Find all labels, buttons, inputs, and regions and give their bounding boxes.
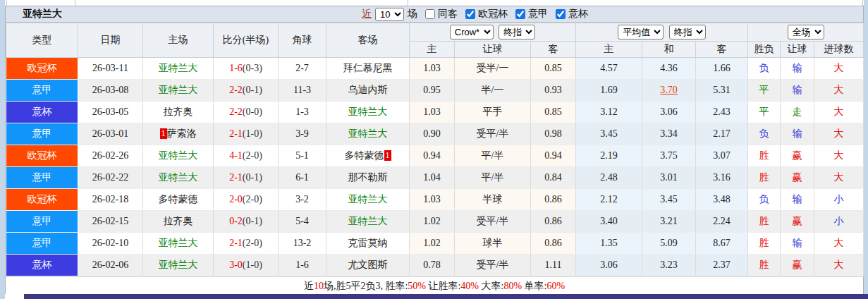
matches-suffix-label: 场	[408, 8, 417, 20]
avg-home-cell: 2.48	[576, 167, 642, 189]
odds-away-cell: 0.93	[531, 80, 576, 102]
summary-segment: 50%	[408, 281, 426, 291]
league-filter-label-seriea: 意甲	[528, 8, 548, 20]
score-cell: 3-0(1-0)	[214, 255, 279, 276]
avg-draw-cell: 5.09	[642, 233, 696, 255]
result-goals-cell: 小	[814, 211, 864, 233]
result-handicap-cell: 输	[781, 58, 814, 80]
result-handicap-cell: 输	[781, 233, 814, 255]
half-time-score: (0-0)	[243, 106, 262, 117]
sub-header-result: 胜负	[748, 42, 781, 58]
league-badge: 意甲	[6, 167, 78, 188]
away-team-cell: 克雷莫纳	[326, 233, 410, 255]
same-opponent-checkbox[interactable]	[425, 9, 435, 19]
match-date-cell: 26-02-06	[78, 255, 143, 276]
team-name: 拜仁慕尼黑	[343, 63, 393, 73]
home-team-cell: 亚特兰大	[143, 80, 214, 102]
corner-cell: 1-6	[279, 255, 326, 276]
summary-segment: 10	[314, 281, 324, 291]
full-time-score: 2-1	[229, 128, 243, 139]
odds-home-cell: 1.02	[410, 233, 455, 255]
sub-header-handicap-result: 让球	[781, 42, 814, 58]
near-link[interactable]: 近	[362, 8, 372, 20]
result-goals-cell: 大	[814, 145, 864, 167]
col-header-corner: 角球	[279, 23, 326, 58]
result-handicap-cell: 输	[781, 80, 814, 102]
result-handicap-cell: 赢	[781, 211, 814, 233]
bookmaker-select[interactable]: Crow*	[450, 25, 494, 39]
col-header-type: 类型	[6, 23, 78, 58]
result-goals-cell: 大	[814, 80, 864, 102]
avg-home-cell: 1.35	[576, 233, 642, 255]
half-time-score: (2-0)	[243, 150, 262, 161]
away-team-cell: 亚特兰大	[326, 102, 410, 123]
corner-cell: 3-2	[279, 189, 326, 211]
result-goals-cell: 大	[814, 233, 864, 255]
odds-home-cell: 0.90	[410, 123, 455, 145]
recent-matches-panel: 亚特兰大 近 10 场 同客 欧冠杯 意甲 意杯 类型	[5, 6, 864, 294]
match-date-cell: 26-02-26	[78, 145, 143, 167]
match-count-select[interactable]: 10	[375, 8, 404, 21]
match-row: 意杯26-03-05拉齐奥2-2(0-0)1-3亚特兰大1.03平手0.853.…	[6, 102, 864, 123]
summary-segment: 场,胜5平2负3, 胜率:	[324, 281, 408, 291]
col-header-away: 客场	[326, 23, 410, 58]
result-outcome-cell: 负	[748, 123, 781, 145]
odds-away-cell: 0.85	[531, 58, 576, 80]
avg-draw-cell: 3.23	[642, 255, 696, 276]
corner-cell: 2-7	[279, 58, 326, 80]
league-badge: 意甲	[6, 211, 78, 232]
avg-away-cell: 2.37	[696, 255, 748, 276]
league-filter-label-coppa: 意杯	[568, 8, 588, 20]
result-handicap-cell: 输	[781, 189, 814, 211]
bookmaker-stage-select[interactable]: 终指	[499, 25, 535, 39]
league-type-cell: 意甲	[6, 80, 78, 102]
sub-header-odds-home: 主	[410, 42, 455, 58]
league-filter-checkbox[interactable]	[556, 9, 566, 19]
team-name: 亚特兰大	[348, 106, 388, 117]
avg-draw-cell: 3.06	[642, 102, 696, 123]
league-type-cell: 意杯	[6, 255, 78, 276]
average-stage-select[interactable]: 终指	[669, 25, 706, 39]
home-team-cell: 亚特兰大	[143, 58, 214, 80]
avg-away-cell: 2.43	[696, 102, 748, 123]
league-filter-checkbox[interactable]	[515, 9, 525, 19]
full-time-score: 2-0	[229, 194, 243, 205]
result-goals-cell: 大	[814, 123, 864, 145]
corner-cell: 11-3	[279, 80, 326, 102]
avg-home-cell: 3.06	[576, 255, 642, 276]
half-time-score: (0-1)	[243, 172, 262, 183]
average-odds-group-header: 平均值 终指	[576, 23, 748, 42]
avg-draw-cell: 3.45	[642, 189, 696, 211]
corner-cell: 5-1	[279, 145, 326, 167]
odds-away-cell: 1.11	[531, 255, 576, 276]
result-goals-cell: 大	[814, 58, 864, 80]
odds-away-cell: 0.98	[531, 123, 576, 145]
avg-away-cell: 5.31	[696, 80, 748, 102]
page-right-margin	[864, 0, 868, 299]
summary-segment: 60%	[546, 281, 565, 291]
match-date-cell: 26-02-22	[78, 167, 143, 189]
home-team-cell: 亚特兰大	[143, 255, 214, 276]
team-name: 亚特兰大	[348, 128, 388, 139]
scope-select[interactable]: 全场	[788, 25, 824, 39]
half-time-score: (1-0)	[243, 260, 262, 270]
section-divider-bar	[24, 294, 868, 299]
avg-draw-cell: 3.01	[642, 167, 696, 189]
average-select[interactable]: 平均值	[618, 25, 664, 39]
handicap-cell: 受平/半	[455, 123, 531, 145]
score-cell: 0-2(0-1)	[214, 211, 279, 233]
full-time-score: 4-1	[229, 150, 243, 161]
summary-segment: 40%	[460, 281, 479, 291]
avg-draw-odds-link[interactable]: 3.70	[660, 85, 678, 95]
result-outcome-cell: 平	[748, 102, 781, 123]
avg-draw-cell: 3.70	[642, 80, 696, 102]
team-name: 克雷莫纳	[348, 238, 388, 248]
odds-home-cell: 1.04	[410, 167, 455, 189]
league-badge: 欧冠杯	[6, 189, 78, 210]
bookmaker-odds-group-header: Crow* 终指	[410, 23, 576, 42]
handicap-cell: 平/半	[455, 145, 531, 167]
league-filter-checkbox[interactable]	[465, 9, 475, 19]
result-outcome-cell: 胜	[748, 233, 781, 255]
team-name: 亚特兰大	[159, 172, 198, 183]
col-header-home: 主场	[143, 23, 214, 58]
